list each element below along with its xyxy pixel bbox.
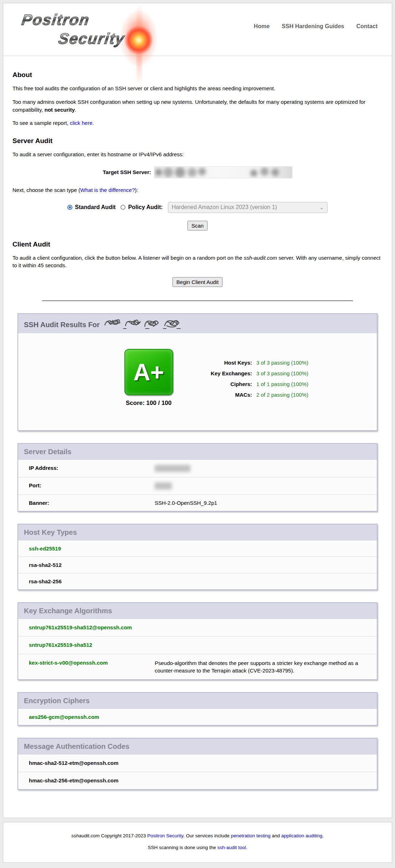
footer-text: . Our services include — [183, 833, 231, 838]
client-audit-domain: ssh-audit.com — [244, 255, 277, 261]
server-details-card: Server Details IP Address: Port: Banner:… — [17, 443, 378, 512]
algorithm-name: sntrup761x25519-sha512 — [29, 642, 92, 648]
policy-audit-radio[interactable] — [120, 205, 125, 210]
site-header: Positron Security Home SSH Hardening Gui… — [3, 3, 392, 56]
footer-text: and — [271, 833, 281, 838]
redacted-ip-blur — [155, 465, 190, 472]
footer-text: . — [322, 833, 324, 838]
algorithm-note: Pseudo-algorithm that denotes the peer s… — [155, 659, 377, 674]
stats-column: Host Keys:3 of 3 passing (100%) Key Exch… — [192, 349, 308, 407]
algorithm-name: ssh-ed25519 — [18, 545, 61, 552]
about-heading: About — [12, 71, 383, 79]
stat-label: Key Exchanges: — [192, 370, 252, 376]
application-auditing-link[interactable]: application auditing — [281, 833, 323, 838]
redacted-port-blur — [155, 482, 172, 489]
list-item: rsa-sha2-256 — [18, 573, 377, 589]
results-card-title: SSH Audit Results For — [24, 318, 371, 329]
ssh-audit-tool-link[interactable]: ssh-audit tool — [217, 845, 246, 850]
results-card: SSH Audit Results For — [17, 313, 378, 431]
begin-client-audit-row: Begin Client Audit — [12, 277, 383, 287]
table-row: Port: — [18, 477, 377, 495]
results-card-header: SSH Audit Results For — [18, 314, 377, 333]
scan-type-text: Next, choose the scan type ( — [12, 187, 80, 193]
redacted-hostname-scribble — [103, 318, 187, 329]
encryption-ciphers-header: Encryption Ciphers — [18, 693, 377, 709]
nav-ssh-hardening-guides[interactable]: SSH Hardening Guides — [282, 23, 344, 30]
client-audit-heading: Client Audit — [12, 240, 383, 248]
results-card-body: A+ Score: 100 / 100 Host Keys:3 of 3 pas… — [18, 333, 377, 430]
server-audit-heading: Server Audit — [12, 137, 383, 145]
top-nav: Home SSH Hardening Guides Contact — [254, 23, 378, 30]
grade-badge: A+ — [124, 349, 173, 395]
scan-type-row: Standard Audit Policy Audit: Hardened Am… — [12, 202, 383, 213]
stat-value: 3 of 3 passing (100%) — [256, 370, 308, 376]
footer-text: SSH scanning is done using the — [148, 845, 217, 850]
algorithm-name-cell: hmac-sha2-256-etm@openssh.com — [18, 777, 155, 784]
algorithm-name-cell: sntrup761x25519-sha512@openssh.com — [18, 624, 155, 631]
standard-audit-radio[interactable] — [67, 205, 72, 210]
server-details-header: Server Details — [18, 444, 377, 460]
positron-security-logo[interactable]: Positron Security — [17, 7, 167, 54]
about-p2-period: . — [75, 107, 76, 113]
client-audit-text: To audit a client configuration, click t… — [12, 255, 244, 261]
about-paragraph-3: To see a sample report, click here. — [12, 119, 383, 127]
host-key-types-title: Host Key Types — [24, 528, 371, 537]
target-server-label: Target SSH Server: — [103, 169, 151, 175]
begin-client-audit-button[interactable]: Begin Client Audit — [173, 277, 222, 287]
encryption-ciphers-title: Encryption Ciphers — [24, 697, 371, 705]
stat-label: MACs: — [192, 392, 252, 398]
list-item: kex-strict-s-v00@openssh.com Pseudo-algo… — [18, 654, 377, 679]
algorithm-name: sntrup761x25519-sha512@openssh.com — [29, 624, 132, 630]
target-server-row: Target SSH Server: — [12, 166, 383, 178]
penetration-testing-link[interactable]: penetration testing — [231, 833, 271, 838]
scan-button[interactable]: Scan — [188, 221, 207, 230]
scan-type-difference-link[interactable]: What is the difference? — [80, 187, 135, 193]
server-audit-intro: To audit a server configuration, enter i… — [12, 151, 383, 158]
stat-label: Host Keys: — [192, 360, 252, 366]
host-key-types-header: Host Key Types — [18, 524, 377, 540]
policy-select[interactable]: Hardened Amazon Linux 2023 (version 1) ⌄ — [168, 202, 328, 213]
macs-header: Message Authentication Codes — [18, 738, 377, 755]
about-p3-period: . — [92, 120, 94, 126]
positron-security-link[interactable]: Positron Security — [147, 833, 183, 838]
algorithm-name: hmac-sha2-256-etm@openssh.com — [29, 777, 118, 783]
footer-domain: sshaudit.com — [71, 833, 100, 838]
row-value-redacted — [155, 482, 377, 489]
nav-contact[interactable]: Contact — [356, 23, 378, 30]
table-row: Banner: SSH-2.0-OpenSSH_9.2p1 — [18, 495, 377, 511]
stat-value: 1 of 1 passing (100%) — [256, 381, 308, 387]
main-panel: Positron Security Home SSH Hardening Gui… — [3, 3, 392, 818]
server-details-title: Server Details — [24, 448, 371, 456]
algorithm-note — [155, 641, 377, 649]
stat-row-key-exchanges: Key Exchanges:3 of 3 passing (100%) — [192, 370, 308, 376]
target-server-input[interactable] — [154, 166, 292, 178]
algorithm-name: rsa-sha2-512 — [18, 562, 62, 568]
row-value: SSH-2.0-OpenSSH_9.2p1 — [155, 500, 377, 506]
redacted-value-blur — [154, 166, 292, 178]
list-item: hmac-sha2-512-etm@openssh.com — [18, 755, 377, 772]
client-audit-paragraph: To audit a client configuration, click t… — [12, 254, 383, 270]
macs-card: Message Authentication Codes hmac-sha2-5… — [17, 738, 378, 790]
standard-audit-label: Standard Audit — [75, 204, 116, 210]
scan-type-text-after: ): — [135, 187, 138, 193]
algorithm-name: kex-strict-s-v00@openssh.com — [29, 660, 108, 666]
algorithm-name-cell: sntrup761x25519-sha512 — [18, 641, 155, 649]
policy-audit-label: Policy Audit: — [128, 204, 163, 210]
results-title-text: SSH Audit Results For — [24, 321, 100, 329]
site-footer: sshaudit.com Copyright 2017-2023 Positro… — [3, 822, 392, 863]
algorithm-name-cell: kex-strict-s-v00@openssh.com — [18, 659, 155, 674]
stat-label: Ciphers: — [192, 381, 252, 387]
about-paragraph-1: This free tool audits the configuration … — [12, 85, 383, 92]
list-item: sntrup761x25519-sha512@openssh.com — [18, 619, 377, 636]
row-value-redacted — [155, 465, 377, 472]
algorithm-note — [155, 624, 377, 631]
stat-value: 3 of 3 passing (100%) — [256, 360, 308, 366]
scan-type-paragraph: Next, choose the scan type (What is the … — [12, 186, 383, 194]
table-row: IP Address: — [18, 460, 377, 477]
row-label: Banner: — [18, 500, 155, 506]
algorithm-name: hmac-sha2-512-etm@openssh.com — [29, 760, 118, 766]
nav-home[interactable]: Home — [254, 23, 270, 30]
sample-report-link[interactable]: click here — [70, 120, 92, 126]
list-item: rsa-sha2-512 — [18, 557, 377, 573]
scan-button-row: Scan — [12, 221, 383, 230]
